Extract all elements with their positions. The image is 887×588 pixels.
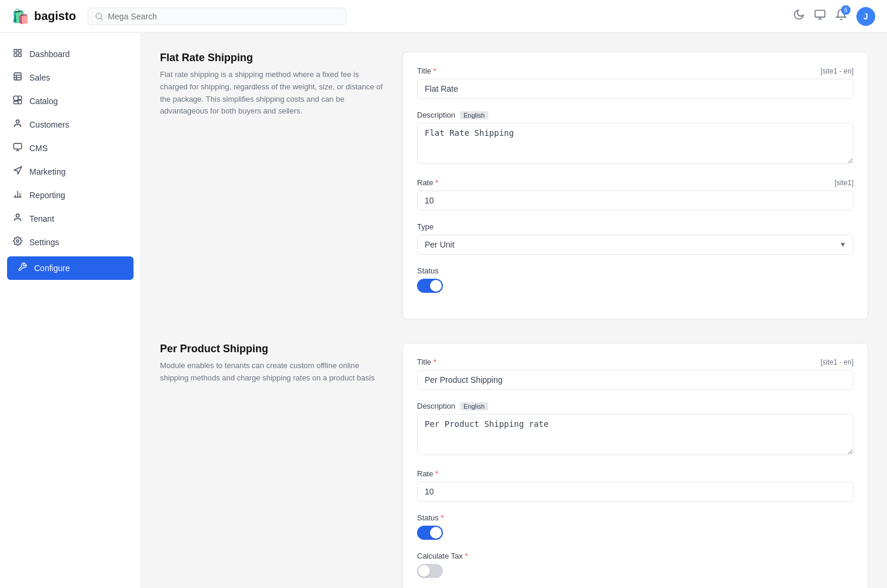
per-product-calculate-tax-toggle[interactable] [417, 564, 443, 578]
sidebar-item-label: Settings [29, 238, 59, 247]
notification-badge: 6 [841, 5, 851, 15]
per-product-desc-lang: English [460, 402, 488, 410]
sidebar-item-customers[interactable]: Customers [0, 113, 141, 136]
svg-rect-4 [18, 49, 21, 52]
flat-rate-title: Flat Rate Shipping [160, 52, 384, 64]
logo-text: bagisto [34, 9, 76, 23]
flat-rate-desc-label: Description [417, 111, 455, 119]
navbar: 🛍️ bagisto 6 J [0, 0, 887, 33]
flat-rate-card: Title * [site1 - en] Description English [402, 52, 868, 319]
navbar-icons: 6 J [793, 7, 875, 26]
sidebar-item-settings[interactable]: Settings [0, 230, 141, 254]
sidebar-item-catalog[interactable]: Catalog [0, 89, 141, 113]
sidebar-item-label: Marketing [29, 167, 65, 176]
notifications-icon[interactable]: 6 [835, 9, 847, 24]
per-product-desc-label-row: Description English [417, 402, 853, 410]
flat-rate-type-label-row: Type [417, 222, 853, 231]
sidebar-item-marketing[interactable]: Marketing [0, 160, 141, 183]
flat-rate-status-label: Status [417, 266, 439, 275]
per-product-status-toggle[interactable] [417, 526, 443, 540]
flat-rate-title-label-row: Title * [site1 - en] [417, 66, 853, 75]
flat-rate-desc-input[interactable]: Flat Rate Shipping [417, 123, 853, 164]
flat-rate-rate-field: Rate * [site1] [417, 178, 853, 211]
svg-line-1 [101, 18, 102, 19]
per-product-info: Per Product Shipping Module enables to t… [160, 343, 384, 588]
svg-rect-6 [14, 54, 17, 56]
doc-icon [12, 72, 24, 83]
per-product-rate-label-row: Rate * [417, 469, 853, 478]
tag-icon [12, 95, 24, 107]
per-product-desc-field: Description English Per Product Shipping… [417, 402, 853, 457]
flat-rate-type-label: Type [417, 222, 434, 231]
flat-rate-status-toggle-wrap [417, 279, 853, 293]
flat-rate-desc: Flat rate shipping is a shipping method … [160, 69, 384, 118]
flat-rate-rate-meta: [site1] [835, 179, 853, 187]
moon-icon[interactable] [793, 9, 805, 24]
user-avatar[interactable]: J [856, 7, 875, 26]
chart-icon [12, 189, 24, 201]
svg-rect-13 [18, 101, 22, 104]
per-product-status-label-row: Status * [417, 513, 853, 522]
gear-icon [12, 236, 24, 248]
sidebar-item-label: Dashboard [29, 49, 70, 59]
flat-rate-status-toggle[interactable] [417, 279, 443, 293]
display-icon[interactable] [814, 9, 826, 24]
svg-rect-2 [815, 11, 825, 18]
svg-rect-16 [14, 143, 21, 149]
per-product-calculate-tax-field: Calculate Tax * [417, 552, 853, 578]
per-product-status-field: Status * [417, 513, 853, 540]
flat-rate-type-select-wrap: Per Unit Per Order ▼ [417, 235, 853, 255]
grid-icon [12, 48, 24, 60]
flat-rate-type-select[interactable]: Per Unit Per Order [417, 235, 853, 255]
per-product-title: Per Product Shipping [160, 343, 384, 355]
sidebar-item-tenant[interactable]: Tenant [0, 207, 141, 230]
sidebar-item-label: Tenant [29, 214, 54, 223]
flat-rate-rate-input[interactable] [417, 191, 853, 211]
per-product-rate-label: Rate * [417, 469, 438, 478]
svg-point-23 [16, 214, 19, 217]
sidebar-item-sales[interactable]: Sales [0, 66, 141, 89]
per-product-rate-input[interactable] [417, 482, 853, 502]
per-product-section: Per Product Shipping Module enables to t… [160, 343, 868, 588]
sidebar-item-dashboard[interactable]: Dashboard [0, 42, 141, 66]
flat-rate-title-field: Title * [site1 - en] [417, 66, 853, 99]
flat-rate-type-field: Type Per Unit Per Order ▼ [417, 222, 853, 255]
per-product-calculate-tax-toggle-wrap [417, 564, 853, 578]
sidebar-item-label: Catalog [29, 96, 58, 106]
search-input[interactable] [108, 12, 339, 21]
flat-rate-desc-label-row: Description English [417, 111, 853, 119]
search-bar[interactable] [88, 8, 346, 25]
sidebar-item-label: Configure [34, 263, 70, 273]
flat-rate-status-toggle-knob [430, 280, 442, 292]
per-product-rate-field: Rate * [417, 469, 853, 502]
per-product-title-input[interactable] [417, 370, 853, 390]
per-product-desc-input[interactable]: Per Product Shipping rate [417, 414, 853, 455]
svg-rect-14 [14, 101, 18, 104]
sidebar-item-configure[interactable]: Configure [7, 256, 134, 280]
per-product-title-label-row: Title * [site1 - en] [417, 358, 853, 366]
flat-rate-rate-label: Rate * [417, 178, 438, 187]
main-content: Flat Rate Shipping Flat rate shipping is… [141, 33, 887, 588]
logo[interactable]: 🛍️ bagisto [12, 8, 76, 25]
svg-rect-11 [14, 96, 18, 100]
flat-rate-info: Flat Rate Shipping Flat rate shipping is… [160, 52, 384, 319]
search-icon [95, 12, 103, 21]
flat-rate-title-label: Title * [417, 66, 436, 75]
tenant-person-icon [12, 213, 24, 225]
sidebar-item-cms[interactable]: CMS [0, 136, 141, 160]
sidebar: Dashboard Sales Catalog [0, 33, 141, 588]
sidebar-item-label: CMS [29, 143, 48, 153]
svg-rect-7 [14, 73, 21, 80]
flat-rate-desc-lang: English [460, 111, 488, 119]
flat-rate-title-input[interactable] [417, 79, 853, 99]
sidebar-item-reporting[interactable]: Reporting [0, 183, 141, 207]
bag-icon: 🛍️ [12, 8, 29, 25]
flat-rate-title-meta: [site1 - en] [821, 67, 853, 75]
per-product-title-field: Title * [site1 - en] [417, 358, 853, 390]
sidebar-item-label: Reporting [29, 191, 65, 200]
flat-rate-status-field: Status [417, 266, 853, 293]
per-product-title-label: Title * [417, 358, 436, 366]
per-product-card: Title * [site1 - en] Description English [402, 343, 868, 588]
per-product-title-meta: [site1 - en] [821, 358, 853, 366]
flat-rate-status-label-row: Status [417, 266, 853, 275]
